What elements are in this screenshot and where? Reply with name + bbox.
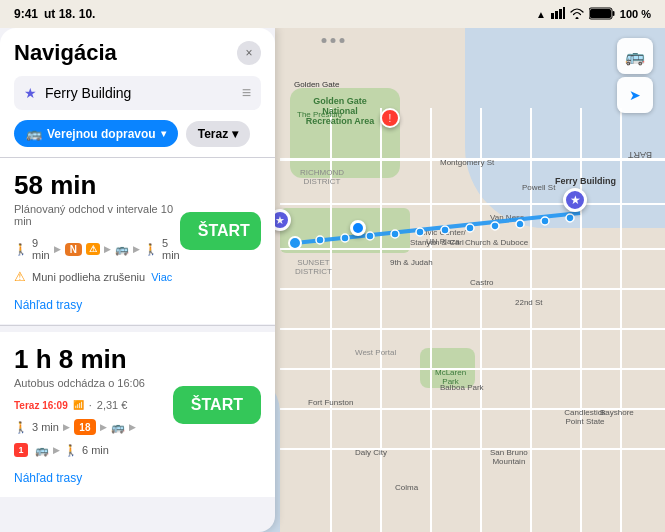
arrow-icon-7: ▶: [53, 445, 60, 455]
route-2-duration: 1 h 8 min: [14, 344, 173, 375]
warning-triangle-badge: ⚠: [86, 243, 100, 255]
svg-rect-12: [551, 13, 554, 19]
route-card-1: 58 min Plánovaný odchod v intervale 10 m…: [0, 158, 275, 324]
road-v2: [380, 108, 382, 532]
navigation-panel: Navigácia × ★ Ferry Building ≡ 🚌 Verejno…: [0, 28, 275, 532]
top-dot-1: [321, 38, 326, 43]
route-1-main-row: 58 min Plánovaný odchod v intervale 10 m…: [14, 170, 261, 292]
filter-row: 🚌 Verejnou dopravou ▾ Teraz ▾: [14, 120, 261, 147]
route-1-warning: ⚠ Muni podlieha zrušeniu Viac: [14, 269, 180, 284]
transport-label: Verejnou dopravou: [47, 127, 156, 141]
road-h2: [280, 203, 665, 205]
map-label-civic: Civic Center/UN Plaza: [420, 228, 466, 246]
top-dot-3: [339, 38, 344, 43]
route-2-steps-row2: 1 🚌 ▶ 🚶 6 min: [14, 443, 173, 457]
svg-rect-14: [559, 9, 562, 19]
walk-icon-3: 🚶: [14, 421, 28, 434]
road-v6: [580, 108, 582, 532]
bus-icon: 🚌: [625, 47, 645, 66]
route-2-live-row: Teraz 16:09 📶 · 2,31 €: [14, 399, 173, 411]
svg-rect-17: [590, 9, 611, 18]
route-1-preview-link[interactable]: Náhľad trasy: [14, 298, 261, 312]
signal-icon: [551, 7, 565, 21]
road-v3: [430, 108, 432, 532]
status-right: ▲ 100 %: [536, 7, 651, 22]
destination-menu-icon[interactable]: ≡: [242, 84, 251, 102]
road-h1: [280, 158, 665, 161]
map-label-stanyan: Stanyan & Carl: [410, 238, 464, 247]
arrow-icon-6: ▶: [129, 422, 136, 432]
bus-icon-1: 🚌: [115, 243, 129, 256]
route-card-2: 1 h 8 min Autobus odchádza o 16:06 Teraz…: [0, 332, 275, 497]
warning-more-link[interactable]: Viac: [151, 271, 172, 283]
destination-name: Ferry Building: [45, 85, 234, 101]
route-2-preview-link[interactable]: Náhľad trasy: [14, 471, 261, 485]
map-label-22nd: 22nd St: [515, 298, 543, 307]
ferry-building-pin[interactable]: ★: [563, 188, 587, 212]
svg-rect-15: [563, 7, 565, 19]
separator-dot: ·: [89, 399, 92, 411]
map-label-sunset: SUNSETDISTRICT: [295, 258, 332, 276]
road-h4: [280, 288, 665, 290]
walk-time-1: 9 min: [32, 237, 50, 261]
route-num-badge-1: 1: [14, 443, 28, 457]
route-2-main-row: 1 h 8 min Autobus odchádza o 16:06 Teraz…: [14, 344, 261, 465]
map-label-9th: 9th & Judah: [390, 258, 433, 267]
arrow-icon-2: ▶: [104, 244, 111, 254]
warning-circle-icon: ⚠: [14, 269, 26, 284]
arrow-icon-3: ▶: [133, 244, 140, 254]
map-label-sanbrunomtn: San BrunoMountain: [490, 448, 528, 466]
arrow-icon-1: ▶: [54, 244, 61, 254]
svg-rect-13: [555, 11, 558, 19]
wifi-live-icon: 📶: [73, 400, 84, 410]
price-text: 2,31 €: [97, 399, 128, 411]
svg-point-8: [491, 222, 499, 230]
transport-mode-button[interactable]: 🚌 Verejnou dopravou ▾: [14, 120, 178, 147]
walk-icon-4: 🚶: [64, 444, 78, 457]
road-v7: [620, 108, 622, 532]
transit-mode-button[interactable]: 🚌: [617, 38, 653, 74]
route-1-steps: 🚶 9 min ▶ N ⚠ ▶ 🚌 ▶ 🚶 5 min: [14, 237, 180, 261]
location-arrow-icon: ➤: [629, 87, 641, 103]
walk-time-4: 6 min: [82, 444, 109, 456]
route-2-info: 1 h 8 min Autobus odchádza o 16:06 Teraz…: [14, 344, 173, 465]
battery-icon: [589, 7, 615, 22]
walk-time-3: 3 min: [32, 421, 59, 433]
route-1-info: 58 min Plánovaný odchod v intervale 10 m…: [14, 170, 180, 292]
nav-title: Navigácia: [14, 40, 117, 66]
top-dot-2: [330, 38, 335, 43]
route-2-subtitle-text: Autobus odchádza o 16:06: [14, 377, 145, 389]
start-button-2[interactable]: ŠTART: [173, 386, 261, 424]
map-top-dots: [321, 38, 344, 43]
walk-time-2: 5 min: [162, 237, 180, 261]
status-left: 9:41 ut 18. 10.: [14, 7, 95, 21]
route-2-steps-row1: 🚶 3 min ▶ 18 ▶ 🚌 ▶: [14, 419, 173, 435]
road-v4: [480, 108, 482, 532]
bus-badge-18: 18: [74, 419, 96, 435]
arrow-icon-5: ▶: [100, 422, 107, 432]
destination-star-icon: ★: [24, 85, 37, 101]
start-button-1[interactable]: ŠTART: [180, 212, 261, 250]
road-h3: [280, 248, 665, 250]
alert-pin[interactable]: !: [380, 108, 400, 128]
presidio-park: [290, 88, 400, 178]
status-date: ut 18. 10.: [44, 7, 95, 21]
walk-icon-2: 🚶: [144, 243, 158, 256]
golden-gate-park: [280, 208, 410, 253]
bus-icon-3: 🚌: [35, 444, 49, 457]
status-bar: 9:41 ut 18. 10. ▲ 100 %: [0, 0, 665, 28]
nav-close-button[interactable]: ×: [237, 41, 261, 65]
road-v5: [530, 108, 532, 532]
nav-title-row: Navigácia ×: [14, 40, 261, 66]
location-button[interactable]: ➤: [617, 77, 653, 113]
live-time-badge: Teraz 16:09: [14, 400, 68, 411]
map-label-church: Church & Duboce: [465, 238, 528, 247]
svg-point-6: [441, 226, 449, 234]
road-v1: [330, 108, 332, 532]
transport-chevron-icon: ▾: [161, 128, 166, 139]
status-time: 9:41: [14, 7, 38, 21]
svg-point-7: [466, 224, 474, 232]
time-filter-button[interactable]: Teraz ▾: [186, 121, 250, 147]
mid-pin[interactable]: [350, 220, 366, 236]
map-buttons-container: 🚌 ➤: [617, 38, 653, 113]
